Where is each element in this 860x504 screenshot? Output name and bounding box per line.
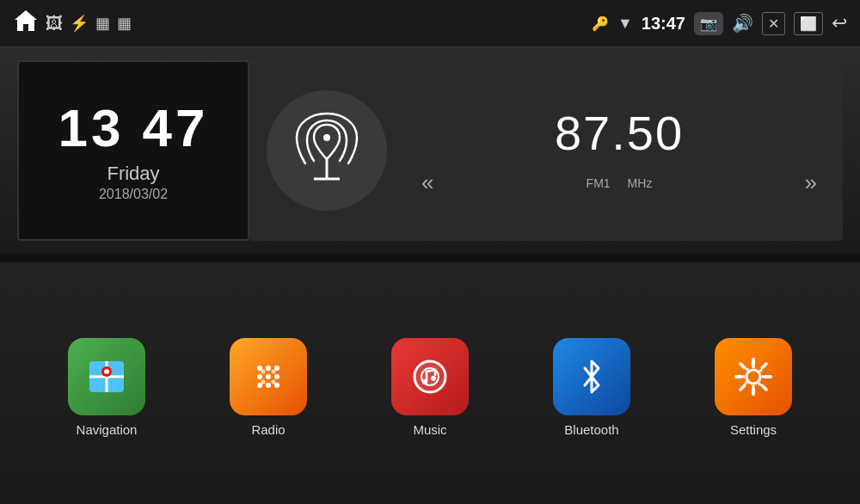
- app-item-settings[interactable]: Settings: [715, 338, 792, 437]
- sim2-icon: ▦: [117, 14, 132, 33]
- usb-icon: ⚡: [70, 14, 89, 33]
- settings-label: Settings: [730, 422, 777, 437]
- home-icon[interactable]: [13, 9, 39, 38]
- image-icon: 🖼: [46, 14, 63, 34]
- svg-point-14: [257, 383, 262, 388]
- radio-app-icon: [230, 338, 307, 415]
- svg-line-30: [740, 364, 745, 368]
- status-bar: 🖼 ⚡ ▦ ▦ 🔑 ▼ 13:47 📷 🔊 ✕ ⬜ ↩: [0, 0, 860, 47]
- volume-icon[interactable]: 🔊: [732, 13, 753, 34]
- svg-point-24: [431, 376, 436, 381]
- status-time: 13:47: [642, 14, 685, 34]
- svg-point-23: [422, 379, 427, 384]
- wifi-icon: ▼: [617, 15, 633, 33]
- svg-line-33: [740, 386, 745, 390]
- clock-time: 13 47: [58, 99, 208, 157]
- svg-point-16: [274, 383, 280, 388]
- key-icon: 🔑: [592, 15, 609, 32]
- radio-band: FM1: [587, 176, 611, 190]
- radio-unit: MHz: [628, 176, 653, 190]
- clock-date: 2018/03/02: [99, 187, 168, 202]
- svg-point-13: [274, 374, 280, 379]
- clock-widget: 13 47 Friday 2018/03/02: [17, 60, 249, 241]
- radio-prev-button[interactable]: «: [421, 169, 433, 196]
- svg-point-2: [323, 134, 330, 141]
- widget-area: 13 47 Friday 2018/03/02 8: [0, 47, 860, 254]
- radio-next-button[interactable]: »: [805, 169, 817, 196]
- bluetooth-label: Bluetooth: [564, 422, 618, 437]
- svg-point-17: [261, 370, 266, 374]
- back-icon[interactable]: ↩: [832, 12, 847, 34]
- sim1-icon: ▦: [95, 14, 110, 33]
- svg-point-18: [272, 370, 276, 374]
- radio-label: Radio: [251, 422, 285, 437]
- svg-point-20: [272, 380, 276, 384]
- svg-point-7: [104, 369, 109, 374]
- camera-icon[interactable]: 📷: [694, 12, 723, 35]
- radio-controls: 87.50 « FM1 MHz »: [413, 105, 826, 196]
- svg-point-10: [274, 366, 280, 371]
- separator: [0, 254, 860, 262]
- music-label: Music: [413, 422, 446, 437]
- app-grid: Navigation: [0, 262, 860, 504]
- status-left-icons: 🖼 ⚡ ▦ ▦: [13, 9, 132, 38]
- status-right-icons: 🔑 ▼ 13:47 📷 🔊 ✕ ⬜ ↩: [592, 12, 847, 35]
- svg-point-11: [257, 374, 262, 379]
- svg-line-32: [763, 364, 767, 368]
- app-item-music[interactable]: Music: [391, 338, 469, 437]
- app-item-navigation[interactable]: Navigation: [68, 338, 145, 437]
- svg-point-19: [261, 380, 266, 384]
- app-item-bluetooth[interactable]: Bluetooth: [553, 338, 630, 437]
- radio-frequency: 87.50: [555, 105, 684, 161]
- svg-point-25: [746, 370, 760, 384]
- svg-point-9: [266, 366, 271, 371]
- svg-point-15: [266, 383, 271, 388]
- navigation-label: Navigation: [77, 422, 138, 437]
- svg-point-8: [257, 366, 262, 371]
- app-item-radio[interactable]: Radio: [230, 338, 307, 437]
- navigation-app-icon: [68, 338, 145, 415]
- settings-app-icon: [715, 338, 792, 415]
- svg-line-31: [763, 386, 767, 390]
- music-app-icon: [391, 338, 469, 415]
- bluetooth-app-icon: [553, 338, 630, 415]
- main-content: 13 47 Friday 2018/03/02 8: [0, 47, 860, 504]
- radio-antenna-icon[interactable]: [267, 90, 387, 211]
- close-icon[interactable]: ✕: [762, 12, 785, 35]
- radio-widget: 87.50 « FM1 MHz »: [249, 60, 843, 241]
- mirror-icon[interactable]: ⬜: [794, 12, 823, 35]
- radio-labels: FM1 MHz: [587, 176, 653, 190]
- radio-nav-row: « FM1 MHz »: [413, 169, 826, 196]
- svg-point-12: [266, 374, 271, 379]
- clock-day: Friday: [107, 163, 159, 185]
